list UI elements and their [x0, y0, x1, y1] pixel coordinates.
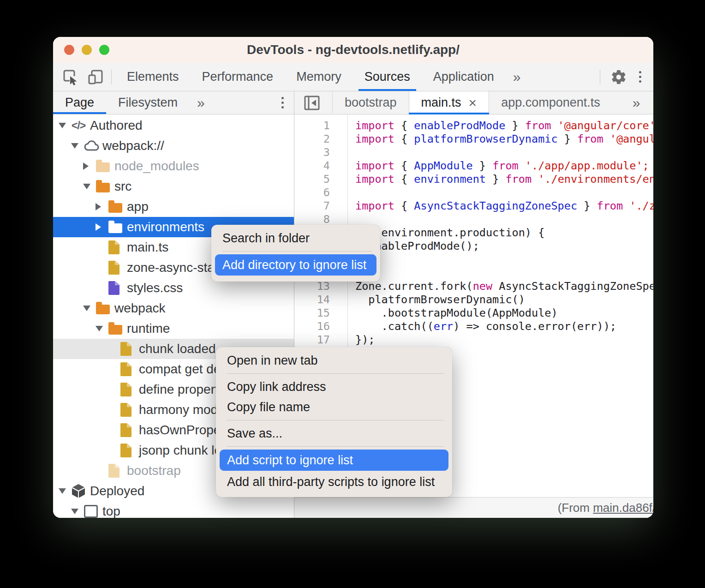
editor-tab-main-ts[interactable]: main.ts× [409, 91, 490, 114]
tree-item-label: Deployed [89, 484, 144, 498]
editor-tab-bootstrap[interactable]: bootstrap [333, 91, 409, 114]
traffic-lights [64, 45, 109, 55]
tree-item-node-modules[interactable]: node_modules [53, 156, 294, 176]
deployed-cube-icon [72, 484, 85, 498]
folder-icon [96, 183, 110, 192]
tab-application[interactable]: Application [422, 63, 506, 91]
line-number[interactable]: 8 [294, 213, 330, 226]
sidebar-menu-kebab-icon[interactable] [280, 95, 286, 110]
tab-performance[interactable]: Performance [191, 63, 285, 91]
disclosure-arrow[interactable] [96, 223, 108, 231]
expanded-arrow-icon[interactable] [59, 123, 66, 128]
zoom-window-button[interactable] [99, 45, 109, 55]
tree-item-src[interactable]: src [53, 176, 294, 197]
sidebar-tab-page[interactable]: Page [53, 91, 106, 114]
tree-item-app[interactable]: app [53, 197, 294, 217]
line-number[interactable]: 6 [294, 186, 330, 199]
disclosure-arrow[interactable] [96, 203, 108, 210]
tree-item-webpack[interactable]: webpack:// [53, 136, 294, 156]
menu-item-add-all-third-party-scripts-to-ignore-list[interactable]: Add all third-party scripts to ignore li… [216, 472, 452, 492]
code-line: }); [355, 333, 653, 347]
disclosure-arrow[interactable] [83, 306, 96, 311]
line-number[interactable]: 1 [294, 119, 330, 132]
expanded-arrow-icon[interactable] [59, 488, 66, 494]
line-number[interactable]: 16 [294, 320, 330, 333]
code-line: import { AsyncStackTaggingZoneSpec } fro… [355, 199, 653, 213]
disclosure-arrow[interactable] [83, 184, 96, 189]
expanded-arrow-icon[interactable] [83, 184, 90, 189]
tree-item-webpack[interactable]: webpack [53, 298, 294, 318]
disclosure-arrow[interactable] [96, 326, 108, 331]
menu-item-add-directory-to-ignore-list[interactable]: Add directory to ignore list [215, 254, 376, 276]
tab-sources[interactable]: Sources [353, 63, 422, 91]
collapsed-arrow-icon[interactable] [96, 223, 101, 231]
device-toolbar-icon[interactable] [86, 68, 105, 86]
close-window-button[interactable] [64, 45, 74, 55]
file-icon [120, 362, 131, 376]
line-number[interactable]: 14 [294, 293, 330, 306]
editor-tab-bar: bootstrapmain.ts×app.component.ts » [294, 91, 653, 114]
line-number[interactable]: 7 [294, 199, 330, 213]
tree-item-label: app [126, 199, 149, 214]
collapsed-arrow-icon[interactable] [83, 162, 89, 170]
menu-item-add-script-to-ignore-list[interactable]: Add script to ignore list [220, 450, 448, 471]
code-line [355, 266, 653, 280]
tree-item-top[interactable]: top [53, 501, 294, 518]
file-icon [108, 240, 119, 254]
expanded-arrow-icon[interactable] [71, 143, 78, 149]
more-editor-tabs-chevron[interactable]: » [625, 91, 648, 114]
collapsed-arrow-icon[interactable] [96, 203, 101, 210]
line-number[interactable]: 3 [294, 146, 330, 159]
more-panels-chevron[interactable]: » [506, 63, 528, 91]
line-number[interactable]: 13 [294, 280, 330, 293]
source-map-status: (From main.da86f/b2fe3f1fa3.js) Coverage… [558, 501, 653, 515]
main-toolbar: ElementsPerformanceMemorySourcesApplicat… [53, 63, 653, 91]
editor-tab-label: bootstrap [345, 96, 397, 110]
inspect-element-icon[interactable] [61, 68, 80, 86]
file-icon [120, 342, 131, 356]
disclosure-arrow[interactable] [71, 509, 84, 514]
toggle-sidebar-icon[interactable] [294, 91, 333, 114]
code-line: import { environment } from './environme… [355, 173, 653, 186]
tree-item-authored[interactable]: </>Authored [53, 115, 294, 136]
disclosure-arrow[interactable] [83, 162, 96, 170]
disclosure-arrow[interactable] [71, 143, 84, 149]
minimize-window-button[interactable] [82, 45, 92, 55]
tab-memory[interactable]: Memory [285, 63, 353, 91]
editor-tab-label: app.component.ts [501, 96, 600, 110]
menu-item-save-as[interactable]: Save as... [216, 423, 452, 444]
close-tab-icon[interactable]: × [469, 96, 477, 110]
disclosure-arrow[interactable] [59, 123, 72, 128]
source-map-link[interactable]: main.da86f/b2fe3f1fa3.js [593, 501, 653, 515]
expanded-arrow-icon[interactable] [71, 509, 78, 514]
code-line: Zone.current.fork(new AsyncStackTaggingZ… [355, 280, 653, 293]
line-number[interactable]: 15 [294, 306, 330, 320]
file-icon [108, 281, 119, 295]
file-icon [120, 444, 131, 457]
devtools-menu-kebab-icon[interactable] [637, 69, 643, 84]
sidebar-tab-filesystem[interactable]: Filesystem [106, 91, 190, 114]
expanded-arrow-icon[interactable] [83, 306, 90, 311]
menu-item-copy-link-address[interactable]: Copy link address [216, 377, 452, 397]
settings-gear-icon[interactable] [610, 69, 627, 85]
menu-item-copy-file-name[interactable]: Copy file name [216, 397, 452, 417]
menu-item-open-in-new-tab[interactable]: Open in new tab [216, 350, 452, 371]
tree-item-label: runtime [126, 321, 170, 336]
line-number[interactable]: 2 [294, 132, 330, 146]
line-number[interactable]: 17 [294, 333, 330, 347]
tree-item-runtime[interactable]: runtime [53, 318, 294, 339]
code-line: } [355, 253, 653, 266]
tab-elements[interactable]: Elements [115, 63, 191, 91]
file-icon [120, 403, 131, 417]
line-number[interactable]: 5 [294, 173, 330, 186]
editor-tab-app-component-ts[interactable]: app.component.ts [489, 91, 612, 114]
expanded-arrow-icon[interactable] [96, 326, 103, 331]
code-line: import { enableProdMode } from '@angular… [355, 119, 653, 132]
more-sidebar-tabs-chevron[interactable]: » [190, 91, 212, 114]
tree-item-label: node_modules [114, 159, 199, 174]
disclosure-arrow[interactable] [59, 488, 72, 494]
menu-separator [222, 251, 372, 252]
line-number[interactable]: 4 [294, 159, 330, 173]
code-line: if (environment.production) { [355, 226, 653, 240]
menu-item-search-in-folder[interactable]: Search in folder [211, 228, 380, 248]
